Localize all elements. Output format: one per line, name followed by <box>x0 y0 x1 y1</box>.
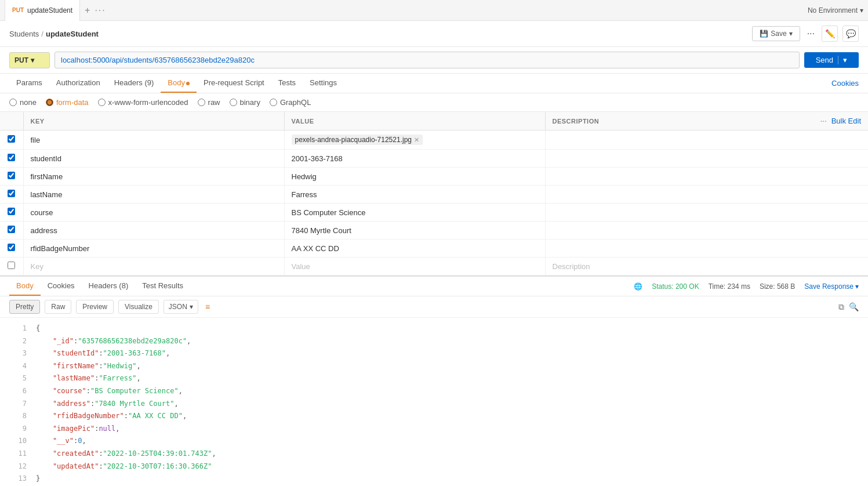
raw-button[interactable]: Raw <box>45 300 71 314</box>
pretty-button[interactable]: Pretty <box>9 300 40 314</box>
resp-tab-headers[interactable]: Headers (8) <box>82 277 136 296</box>
value-cell[interactable]: Hedwig <box>284 168 545 186</box>
row-checkbox[interactable] <box>8 226 15 233</box>
desc-cell[interactable] <box>545 168 868 186</box>
value-cell[interactable]: BS Computer Science <box>284 204 545 222</box>
edit-icon-button[interactable]: ✏️ <box>822 26 838 42</box>
resp-tab-cookies[interactable]: Cookies <box>41 277 82 296</box>
value-cell[interactable]: 7840 Myrtle Court <box>284 222 545 240</box>
json-line-11: 11 "createdAt": "2022-10-25T04:39:01.743… <box>0 448 868 460</box>
value-cell[interactable]: Farress <box>284 186 545 204</box>
tab-tests[interactable]: Tests <box>271 74 303 93</box>
json-viewer: 1 { 2 "_id": "635768656238ebd2e29a820c",… <box>0 318 868 486</box>
table-more-icon[interactable]: ··· <box>820 118 827 125</box>
json-line-5: 5 "lastName": "Farress", <box>0 372 868 385</box>
desc-cell-empty[interactable]: Description <box>545 257 868 275</box>
chevron-down-icon: ▾ <box>860 6 863 14</box>
body-type-none[interactable]: none <box>9 98 37 107</box>
more-options-button[interactable]: ··· <box>805 26 817 41</box>
method-chevron-icon: ▾ <box>31 56 34 64</box>
status-badge: Status: 200 OK <box>652 282 699 291</box>
json-line-12: 12 "updatedAt": "2022-10-30T07:16:30.366… <box>0 460 868 473</box>
json-line-8: 8 "rfidBadgeNumber": "AA XX CC DD", <box>0 410 868 423</box>
key-cell[interactable]: file <box>23 130 284 150</box>
row-checkbox[interactable] <box>8 208 15 215</box>
active-tab[interactable]: PUT updateStudent <box>5 0 80 21</box>
row-checkbox[interactable] <box>8 154 15 161</box>
table-row: address 7840 Myrtle Court <box>0 222 868 240</box>
send-button[interactable]: Send ▾ <box>804 52 859 68</box>
key-cell[interactable]: lastName <box>23 186 284 204</box>
method-selector[interactable]: PUT ▾ <box>9 52 50 68</box>
table-row: rfidBadgeNumber AA XX CC DD <box>0 240 868 257</box>
key-cell[interactable]: firstName <box>23 168 284 186</box>
url-bar: PUT ▾ Send ▾ <box>0 47 868 74</box>
response-tabs: Body Cookies Headers (8) Test Results 🌐 … <box>0 277 868 296</box>
value-cell[interactable]: 2001-363-7168 <box>284 150 545 168</box>
cookies-link[interactable]: Cookies <box>831 79 859 88</box>
row-checkbox[interactable] <box>8 190 15 197</box>
desc-cell[interactable] <box>545 204 868 222</box>
body-type-raw[interactable]: raw <box>198 98 220 107</box>
key-cell[interactable]: rfidBadgeNumber <box>23 240 284 257</box>
desc-cell[interactable] <box>545 240 868 257</box>
resp-tab-test-results[interactable]: Test Results <box>135 277 190 296</box>
desc-cell[interactable] <box>545 186 868 204</box>
body-type-binary[interactable]: binary <box>230 98 260 107</box>
format-selector[interactable]: JSON ▾ <box>164 300 198 314</box>
save-response-button[interactable]: Save Response ▾ <box>804 282 859 291</box>
tab-authorization[interactable]: Authorization <box>49 74 107 93</box>
body-type-graphql[interactable]: GraphQL <box>270 98 311 107</box>
save-response-chevron-icon: ▾ <box>855 282 859 291</box>
row-checkbox[interactable] <box>8 135 15 143</box>
desc-cell[interactable] <box>545 150 868 168</box>
tab-pre-request[interactable]: Pre-request Script <box>197 74 271 93</box>
key-cell[interactable]: address <box>23 222 284 240</box>
tab-body[interactable]: Body <box>161 74 197 93</box>
body-dot <box>186 82 190 85</box>
value-cell[interactable]: pexels-andrea-piacquadio-712521.jpg ✕ <box>284 130 545 150</box>
body-type-urlencoded[interactable]: x-www-form-urlencoded <box>98 98 188 107</box>
resp-tab-body[interactable]: Body <box>9 277 41 296</box>
new-tab-icon[interactable]: + <box>85 5 90 16</box>
save-button[interactable]: 💾 Save ▾ <box>752 26 800 41</box>
file-tag: pexels-andrea-piacquadio-712521.jpg ✕ <box>292 135 423 145</box>
copy-icon[interactable]: ⧉ <box>838 302 844 312</box>
filter-icon[interactable]: ≡ <box>205 302 210 311</box>
environment-selector[interactable]: No Environment ▾ <box>808 6 863 14</box>
row-checkbox[interactable] <box>8 262 15 269</box>
tab-headers[interactable]: Headers (9) <box>107 74 161 93</box>
file-remove-icon[interactable]: ✕ <box>414 136 419 144</box>
desc-cell[interactable] <box>545 222 868 240</box>
tab-params[interactable]: Params <box>9 74 49 93</box>
body-type-form-data[interactable]: form-data <box>46 98 89 107</box>
table-row: firstName Hedwig <box>0 168 868 186</box>
send-arrow-icon[interactable]: ▾ <box>838 56 847 64</box>
visualize-button[interactable]: Visualize <box>118 300 159 314</box>
key-cell-empty[interactable]: Key <box>23 257 284 275</box>
bulk-edit-button[interactable]: Bulk Edit <box>831 117 861 125</box>
tab-bar: PUT updateStudent + ··· No Environment ▾ <box>0 0 868 21</box>
json-line-3: 3 "studentId": "2001-363-7168", <box>0 347 868 360</box>
value-cell-empty[interactable]: Value <box>284 257 545 275</box>
row-checkbox[interactable] <box>8 244 15 251</box>
json-line-6: 6 "course": "BS Computer Science", <box>0 385 868 398</box>
search-icon[interactable]: 🔍 <box>849 302 859 311</box>
url-input[interactable] <box>55 52 800 68</box>
preview-button[interactable]: Preview <box>76 300 114 314</box>
table-row-empty: Key Value Description <box>0 257 868 275</box>
key-cell[interactable]: studentId <box>23 150 284 168</box>
tabs-more-icon[interactable]: ··· <box>95 5 106 16</box>
row-checkbox[interactable] <box>8 172 15 179</box>
value-cell[interactable]: AA XX CC DD <box>284 240 545 257</box>
response-size: Size: 568 B <box>760 282 795 291</box>
desc-cell[interactable] <box>545 130 868 150</box>
format-label: JSON <box>169 303 187 311</box>
json-line-13: 13 } <box>0 473 868 485</box>
table-row: lastName Farress <box>0 186 868 204</box>
comment-icon-button[interactable]: 💬 <box>842 26 859 42</box>
key-cell[interactable]: course <box>23 204 284 222</box>
breadcrumb-parent[interactable]: Students <box>9 30 39 38</box>
breadcrumb-path: Students / updateStudent <box>9 30 99 38</box>
tab-settings[interactable]: Settings <box>303 74 344 93</box>
